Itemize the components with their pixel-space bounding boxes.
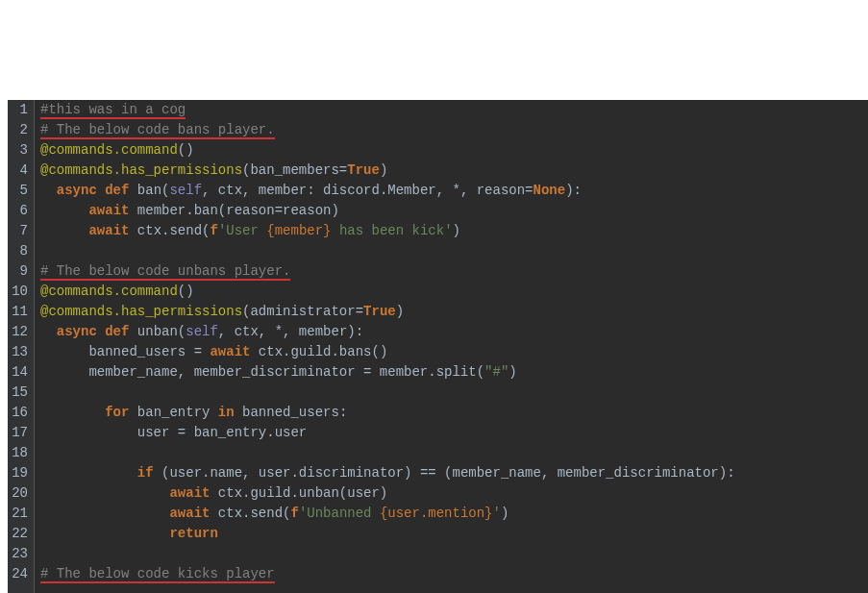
line-number: 12: [8, 322, 28, 342]
line-number: 10: [8, 282, 28, 302]
line-number: 16: [8, 403, 28, 423]
code-token: [40, 183, 57, 198]
line-number: 18: [8, 443, 28, 463]
code-token: self: [169, 183, 202, 198]
line-number: 20: [8, 483, 28, 504]
code-token: @commands.has_permissions: [40, 304, 242, 319]
code-line[interactable]: [40, 241, 868, 261]
code-token: {user.mention}: [380, 506, 493, 521]
code-token: None: [533, 183, 566, 198]
code-token: f: [210, 223, 217, 238]
line-number: 22: [8, 524, 28, 544]
code-token: True: [363, 304, 396, 319]
code-token: await: [88, 223, 136, 238]
code-token: ctx.send(: [137, 223, 211, 238]
code-token: async def: [57, 183, 137, 198]
code-line[interactable]: # The below code bans player.: [40, 120, 868, 140]
code-line[interactable]: await ctx.guild.unban(user): [40, 483, 868, 504]
code-line[interactable]: # The below code unbans player.: [40, 261, 868, 282]
code-area[interactable]: #this was in a cog# The below code bans …: [35, 100, 868, 593]
code-line[interactable]: banned_users = await ctx.guild.bans(): [40, 342, 868, 362]
line-number: 24: [8, 564, 28, 584]
code-token: banned_users:: [242, 405, 347, 420]
code-editor[interactable]: 123456789101112131415161718192021222324 …: [8, 100, 868, 593]
line-number: 2: [8, 120, 28, 140]
line-number: 14: [8, 362, 28, 383]
code-token: (): [178, 284, 194, 299]
code-token: ): [508, 364, 516, 380]
code-line[interactable]: @commands.command(): [40, 282, 868, 302]
code-token: "#": [484, 364, 508, 380]
code-line[interactable]: if (user.name, user.discriminator) == (m…: [40, 463, 868, 483]
line-number: 11: [8, 302, 28, 322]
code-line[interactable]: #this was in a cog: [40, 100, 868, 120]
line-number: 5: [8, 181, 28, 201]
line-number: 19: [8, 463, 28, 483]
code-token: [40, 485, 169, 501]
code-token: f: [290, 506, 298, 521]
code-token: @commands.command: [40, 284, 178, 299]
code-token: ):: [565, 183, 582, 198]
line-number: 1: [8, 100, 28, 120]
code-token: , ctx, member: discord.Member, *, reason…: [202, 183, 533, 198]
code-token: {member}: [266, 223, 331, 238]
code-token: @commands.command: [40, 142, 178, 158]
code-line[interactable]: # The below code kicks player: [40, 564, 868, 584]
code-token: ): [501, 506, 508, 521]
code-token: if: [137, 465, 161, 481]
code-line[interactable]: @commands.has_permissions(administrator=…: [40, 302, 868, 322]
line-number: 9: [8, 261, 28, 282]
code-token: , ctx, *, member):: [218, 324, 363, 339]
code-token: ): [453, 223, 460, 238]
code-line[interactable]: return: [40, 524, 868, 544]
line-number: 23: [8, 544, 28, 564]
code-token: member.ban(reason=reason): [137, 203, 339, 218]
code-token: ': [493, 506, 501, 521]
code-line[interactable]: async def ban(self, ctx, member: discord…: [40, 181, 868, 201]
code-token: [40, 465, 137, 481]
line-number: 4: [8, 161, 28, 181]
line-number: 6: [8, 201, 28, 221]
line-number: 13: [8, 342, 28, 362]
code-token: @commands.has_permissions: [40, 162, 242, 178]
code-token: banned_users =: [40, 344, 210, 359]
code-line[interactable]: await ctx.send(f'Unbanned {user.mention}…: [40, 504, 868, 524]
code-token: member_name, member_discriminator = memb…: [40, 364, 484, 380]
code-line[interactable]: [40, 544, 868, 564]
code-token: self: [186, 324, 218, 339]
code-line[interactable]: user = ban_entry.user: [40, 423, 868, 443]
code-token: 'Unbanned: [299, 506, 380, 521]
code-line[interactable]: await ctx.send(f'User {member} has been …: [40, 221, 868, 241]
code-line[interactable]: await member.ban(reason=reason): [40, 201, 868, 221]
code-token: unban(: [137, 324, 186, 339]
code-token: [40, 506, 169, 521]
code-line[interactable]: @commands.has_permissions(ban_members=Tr…: [40, 161, 868, 181]
code-token: return: [169, 526, 217, 541]
code-line[interactable]: for ban_entry in banned_users:: [40, 403, 868, 423]
line-number: 21: [8, 504, 28, 524]
code-token: # The below code bans player.: [40, 122, 275, 139]
code-token: await: [210, 344, 258, 359]
code-line[interactable]: [40, 383, 868, 403]
code-token: async def: [57, 324, 137, 339]
code-token: await: [169, 506, 217, 521]
code-token: (ban_members=: [242, 162, 347, 178]
code-line[interactable]: member_name, member_discriminator = memb…: [40, 362, 868, 383]
code-token: [40, 405, 105, 420]
code-token: # The below code kicks player: [40, 566, 275, 583]
code-token: has been kick': [332, 223, 453, 238]
code-token: ): [380, 162, 387, 178]
code-token: [40, 324, 57, 339]
code-token: # The below code unbans player.: [40, 263, 290, 281]
code-token: for: [105, 405, 137, 420]
code-token: in: [218, 405, 242, 420]
code-token: await: [169, 485, 217, 501]
code-token: #this was in a cog: [40, 102, 186, 119]
code-token: True: [347, 162, 380, 178]
code-line[interactable]: [40, 443, 868, 463]
line-number-gutter: 123456789101112131415161718192021222324: [8, 100, 35, 593]
code-line[interactable]: @commands.command(): [40, 140, 868, 161]
code-token: ctx.guild.unban(user): [218, 485, 387, 501]
code-token: (): [178, 142, 194, 158]
code-line[interactable]: async def unban(self, ctx, *, member):: [40, 322, 868, 342]
